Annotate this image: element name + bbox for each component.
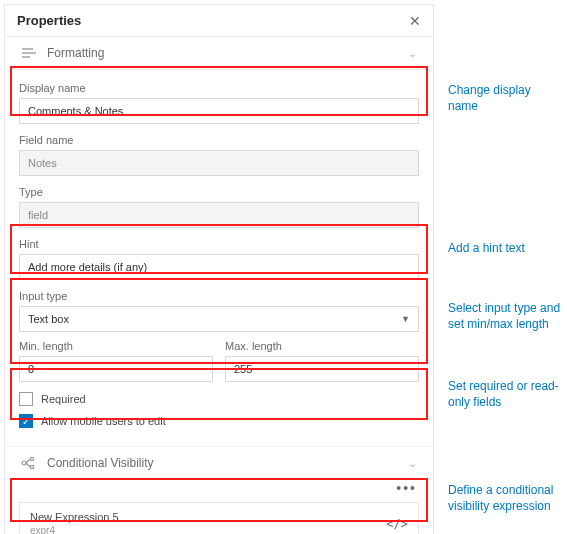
allow-mobile-label: Allow mobile users to edit	[41, 415, 166, 427]
type-label: Type	[19, 186, 419, 198]
code-icon[interactable]: </>	[386, 517, 408, 531]
svg-rect-7	[31, 466, 34, 469]
conditional-section-header[interactable]: Conditional Visibility ⌄	[5, 446, 433, 480]
max-length-label: Max. length	[225, 340, 419, 352]
formatting-section-header[interactable]: Formatting ⌄	[5, 37, 433, 70]
formatting-icon	[21, 46, 37, 60]
caret-down-icon: ▼	[401, 314, 410, 324]
allow-mobile-checkbox[interactable]: ✓	[19, 414, 33, 428]
formatting-body: Display name Field name Type Hint Input …	[5, 70, 433, 446]
svg-line-5	[26, 463, 30, 467]
conditional-label: Conditional Visibility	[47, 456, 398, 470]
field-name-group: Field name	[19, 134, 419, 176]
close-icon[interactable]: ✕	[409, 14, 421, 28]
field-name-label: Field name	[19, 134, 419, 146]
allow-mobile-row[interactable]: ✓ Allow mobile users to edit	[19, 414, 419, 428]
required-label: Required	[41, 393, 86, 405]
more-options-icon[interactable]: •••	[5, 480, 433, 498]
panel-header: Properties ✕	[5, 5, 433, 37]
annotation: Define a conditional visibility expressi…	[448, 482, 563, 514]
min-length-label: Min. length	[19, 340, 213, 352]
chevron-down-icon: ⌄	[408, 457, 417, 470]
chevron-down-icon: ⌄	[408, 47, 417, 60]
max-length-group: Max. length	[225, 340, 419, 382]
type-input	[19, 202, 419, 228]
hint-input[interactable]	[19, 254, 419, 280]
annotation: Change display name	[448, 82, 563, 114]
input-type-select[interactable]: Text box ▼	[19, 306, 419, 332]
hint-group: Hint	[19, 238, 419, 280]
panel-title: Properties	[17, 13, 81, 28]
conditional-icon	[21, 456, 37, 470]
expression-text: New Expression 5 expr4	[30, 511, 119, 534]
expression-row[interactable]: New Expression 5 expr4 </>	[19, 502, 419, 534]
svg-point-6	[30, 457, 33, 460]
input-type-group: Input type Text box ▼ Min. length Max. l…	[19, 290, 419, 382]
min-length-input[interactable]	[19, 356, 213, 382]
required-row[interactable]: Required	[19, 392, 419, 406]
field-name-input	[19, 150, 419, 176]
max-length-input[interactable]	[225, 356, 419, 382]
type-group: Type	[19, 186, 419, 228]
display-name-group: Display name	[19, 82, 419, 124]
svg-line-4	[26, 459, 30, 463]
display-name-label: Display name	[19, 82, 419, 94]
input-type-value: Text box	[28, 313, 69, 325]
annotation: Select input type and set min/max length	[448, 300, 563, 332]
display-name-input[interactable]	[19, 98, 419, 124]
input-type-label: Input type	[19, 290, 419, 302]
expression-name: New Expression 5	[30, 511, 119, 523]
required-checkbox[interactable]	[19, 392, 33, 406]
annotation: Add a hint text	[448, 240, 563, 256]
expression-id: expr4	[30, 525, 119, 534]
min-length-group: Min. length	[19, 340, 213, 382]
hint-label: Hint	[19, 238, 419, 250]
formatting-label: Formatting	[47, 46, 398, 60]
properties-panel: Properties ✕ Formatting ⌄ Display name F…	[4, 4, 434, 534]
annotation: Set required or read-only fields	[448, 378, 563, 410]
svg-point-3	[22, 461, 26, 465]
